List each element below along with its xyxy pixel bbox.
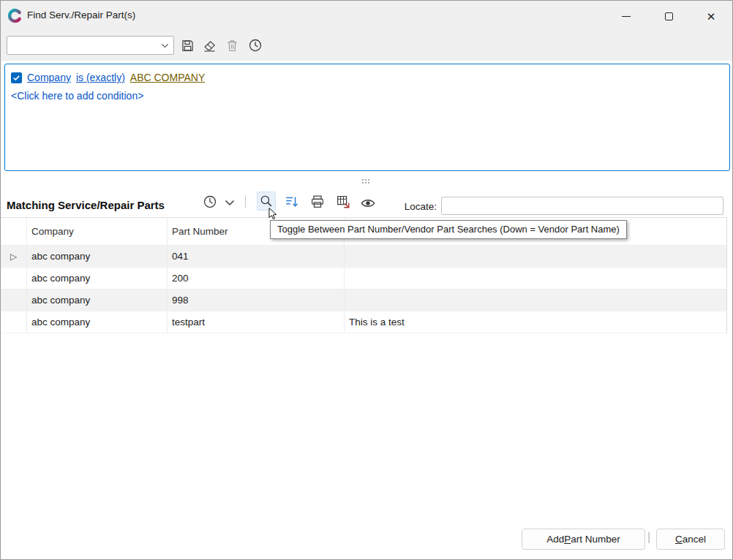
row-selector-header[interactable] bbox=[1, 218, 27, 245]
saved-search-combobox[interactable] bbox=[7, 36, 174, 55]
add-part-label-post: art Number bbox=[571, 534, 620, 545]
close-button[interactable]: ✕ bbox=[690, 1, 732, 31]
footer-separator: | bbox=[647, 531, 650, 544]
cell-part-number: testpart bbox=[168, 311, 345, 333]
row-indicator bbox=[1, 268, 27, 289]
condition-operator-link[interactable]: is (exactly) bbox=[76, 72, 125, 83]
chevron-down-icon[interactable] bbox=[156, 41, 173, 50]
table-row[interactable]: abc company 200 bbox=[1, 268, 726, 290]
condition-value-link[interactable]: ABC COMPANY bbox=[130, 72, 205, 83]
maximize-icon bbox=[665, 12, 673, 20]
search-history-button[interactable] bbox=[246, 36, 265, 55]
eye-icon bbox=[360, 195, 376, 211]
print-icon bbox=[309, 194, 326, 210]
cell-description bbox=[345, 246, 726, 267]
add-part-label-pre: Add bbox=[546, 534, 564, 545]
cell-company: abc company bbox=[27, 311, 168, 333]
erase-icon bbox=[202, 38, 217, 53]
locate-input[interactable] bbox=[441, 197, 723, 215]
find-parts-window: Find Serv./Repair Part(s) ✕ bbox=[0, 0, 733, 560]
window-chrome: Find Serv./Repair Part(s) ✕ bbox=[1, 1, 732, 61]
add-part-number-button[interactable]: Add Part Number bbox=[522, 529, 645, 550]
cell-description bbox=[345, 268, 726, 289]
sort-button[interactable] bbox=[282, 192, 301, 211]
tooltip: Toggle Between Part Number/Vendor Part S… bbox=[270, 220, 627, 239]
table-row[interactable]: ▷ abc company 041 bbox=[1, 246, 726, 268]
close-icon: ✕ bbox=[707, 11, 716, 22]
minimize-icon bbox=[622, 16, 631, 17]
history-icon bbox=[247, 37, 263, 53]
print-button[interactable] bbox=[308, 192, 327, 211]
cell-description bbox=[345, 290, 726, 311]
history-icon bbox=[202, 194, 218, 210]
row-indicator bbox=[1, 290, 27, 311]
toolbar-separator bbox=[245, 195, 246, 208]
window-title: Find Serv./Repair Part(s) bbox=[27, 10, 135, 20]
row-indicator bbox=[1, 311, 27, 333]
condition-checkbox[interactable] bbox=[11, 72, 22, 83]
cell-description: This is a test bbox=[345, 311, 726, 333]
window-controls: ✕ bbox=[605, 1, 732, 31]
app-logo-icon bbox=[7, 8, 23, 23]
chevron-down-icon bbox=[224, 197, 236, 208]
titlebar[interactable]: Find Serv./Repair Part(s) ✕ bbox=[1, 1, 732, 31]
export-grid-icon bbox=[335, 194, 351, 210]
cell-part-number: 998 bbox=[168, 290, 345, 311]
row-indicator-icon: ▷ bbox=[1, 246, 27, 267]
grip-dots-icon bbox=[362, 179, 371, 185]
results-section-title: Matching Service/Repair Parts bbox=[7, 199, 165, 211]
cancel-label-post: ancel bbox=[683, 534, 706, 545]
splitter-handle[interactable] bbox=[1, 178, 732, 186]
check-icon bbox=[12, 74, 20, 82]
cancel-label-mnemonic: C bbox=[675, 534, 683, 545]
delete-icon bbox=[225, 38, 240, 53]
save-search-button[interactable] bbox=[178, 36, 197, 55]
grid-history-button[interactable] bbox=[200, 192, 219, 211]
table-row[interactable]: abc company 998 bbox=[1, 290, 726, 311]
cell-part-number: 200 bbox=[168, 268, 345, 289]
minimize-button[interactable] bbox=[605, 1, 647, 31]
clear-search-button[interactable] bbox=[200, 36, 219, 55]
cell-company: abc company bbox=[27, 268, 168, 289]
table-row[interactable]: abc company testpart This is a test bbox=[1, 311, 726, 333]
column-header-company[interactable]: Company bbox=[27, 218, 168, 245]
cell-company: abc company bbox=[27, 290, 168, 311]
condition-field-link[interactable]: Company bbox=[27, 72, 71, 83]
cell-company: abc company bbox=[27, 246, 168, 267]
add-part-label-mnemonic: P bbox=[564, 534, 571, 545]
delete-search-button[interactable] bbox=[222, 36, 241, 55]
cell-part-number: 041 bbox=[168, 246, 345, 267]
grid-history-dropdown[interactable] bbox=[222, 193, 238, 212]
save-icon bbox=[180, 38, 195, 53]
maximize-button[interactable] bbox=[647, 1, 690, 31]
sort-icon bbox=[284, 194, 300, 210]
mouse-cursor-icon bbox=[266, 205, 280, 222]
add-condition-link[interactable]: <Click here to add condition> bbox=[11, 90, 723, 102]
preview-button[interactable] bbox=[358, 194, 377, 213]
cancel-button[interactable]: Cancel bbox=[656, 529, 725, 550]
condition-row: Company is (exactly) ABC COMPANY bbox=[11, 72, 723, 83]
condition-builder-panel: Company is (exactly) ABC COMPANY <Click … bbox=[4, 64, 730, 171]
locate-label: Locate: bbox=[402, 201, 437, 212]
export-grid-button[interactable] bbox=[334, 192, 353, 211]
